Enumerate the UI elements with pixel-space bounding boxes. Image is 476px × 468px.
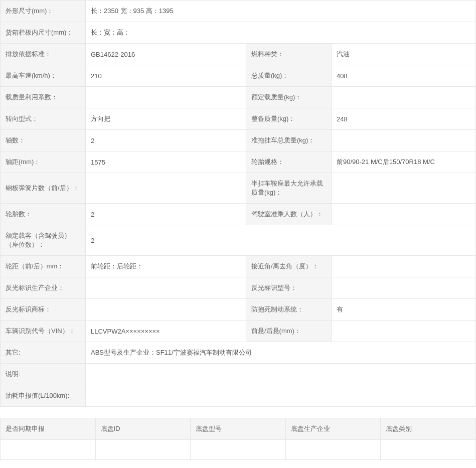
ratedload-label: 额定载质量(kg)： <box>246 87 332 108</box>
chassis-table: 是否同期申报 底盘ID 底盘型号 底盘生产企业 底盘类别 <box>0 418 476 460</box>
chassis-header-row: 是否同期申报 底盘ID 底盘型号 底盘生产企业 底盘类别 <box>1 418 476 440</box>
trailermass-label: 准拖挂车总质量(kg)： <box>246 130 332 151</box>
table-row: 轮距（前/后）mm： 前轮距：后轮距： 接近角/离去角（度）： <box>1 256 476 277</box>
table-row: 反光标识商标： 防抱死制动系统： 有 <box>1 299 476 321</box>
loadfactor-label: 载质量利用系数： <box>1 87 86 108</box>
emission-value: GB14622-2016 <box>86 44 246 65</box>
table-row: 反光标识生产企业： 反光标识型号： <box>1 277 476 299</box>
chassis-h1: 底盘ID <box>95 418 191 440</box>
track-label: 轮距（前/后）mm： <box>1 256 86 277</box>
fuel-label: 燃料种类： <box>246 44 332 65</box>
reflmodel-label: 反光标识型号： <box>246 277 332 299</box>
steer-value: 方向把 <box>86 108 246 130</box>
tirenum-value: 2 <box>86 204 246 225</box>
reflmfr-value <box>86 277 246 299</box>
curbmass-value: 248 <box>332 108 476 130</box>
abs-label: 防抱死制动系统： <box>246 299 332 321</box>
table-row: 外形尺寸(mm)： 长：2350 宽：935 高：1395 <box>1 1 476 22</box>
other-value: ABS型号及生产企业：SF11/宁波赛福汽车制动有限公司 <box>86 342 476 364</box>
chassis-h0: 是否同期申报 <box>1 418 96 440</box>
tirespec-value: 前90/90-21 M/C后150/70R18 M/C <box>332 151 476 173</box>
ratedload-value <box>332 87 476 108</box>
leafspring-value <box>86 173 246 204</box>
angle-value <box>332 256 476 277</box>
trailermass-value <box>332 130 476 151</box>
tirenum-label: 轮胎数： <box>1 204 86 225</box>
table-row: 最高车速(km/h)： 210 总质量(kg)： 408 <box>1 65 476 87</box>
chassis-r3 <box>285 440 381 460</box>
leafspring-label: 钢板弹簧片数（前/后）： <box>1 173 86 204</box>
reflmark-label: 反光标识商标： <box>1 299 86 321</box>
other-label: 其它: <box>1 342 86 364</box>
saddlemass-label: 半挂车鞍座最大允许承载质量(kg)： <box>246 173 332 204</box>
axlenum-value: 2 <box>86 130 246 151</box>
chassis-data-row <box>1 440 476 460</box>
cargo-value: 长：宽：高： <box>86 22 476 44</box>
passengers-value: 2 <box>86 225 476 256</box>
table-row: 轴距(mm)： 1575 轮胎规格： 前90/90-21 M/C后150/70R… <box>1 151 476 173</box>
dim-value: 长：2350 宽：935 高：1395 <box>86 1 476 22</box>
vin-value: LLCVPW2A××××××××× <box>86 321 246 342</box>
chassis-h4: 底盘类别 <box>381 418 476 440</box>
table-row: 额定载客（含驾驶员）（座位数）： 2 <box>1 225 476 256</box>
table-row: 其它: ABS型号及生产企业：SF11/宁波赛福汽车制动有限公司 <box>1 342 476 364</box>
remark-label: 说明: <box>1 364 86 385</box>
maxspeed-value: 210 <box>86 65 246 87</box>
maxspeed-label: 最高车速(km/h)： <box>1 65 86 87</box>
totalmass-label: 总质量(kg)： <box>246 65 332 87</box>
track-value: 前轮距：后轮距： <box>86 256 246 277</box>
cabseats-label: 驾驶室准乘人数（人）： <box>246 204 332 225</box>
totalmass-value: 408 <box>332 65 476 87</box>
remark-value <box>86 364 476 385</box>
table-row: 车辆识别代号（VIN）： LLCVPW2A××××××××× 前悬/后悬(mm)… <box>1 321 476 342</box>
passengers-label: 额定载客（含驾驶员）（座位数）： <box>1 225 86 256</box>
reflmfr-label: 反光标识生产企业： <box>1 277 86 299</box>
angle-label: 接近角/离去角（度）： <box>246 256 332 277</box>
wheelbase-label: 轴距(mm)： <box>1 151 86 173</box>
wheelbase-value: 1575 <box>86 151 246 173</box>
table-row: 转向型式： 方向把 整备质量(kg)： 248 <box>1 108 476 130</box>
table-row: 油耗申报值(L/100km): <box>1 385 476 407</box>
table-row: 轴数： 2 准拖挂车总质量(kg)： <box>1 130 476 151</box>
chassis-h3: 底盘生产企业 <box>285 418 381 440</box>
table-row: 轮胎数： 2 驾驶室准乘人数（人）： <box>1 204 476 225</box>
specs-table: 外形尺寸(mm)： 长：2350 宽：935 高：1395 货箱栏板内尺寸(mm… <box>0 0 476 407</box>
chassis-h2: 底盘型号 <box>191 418 286 440</box>
fuelcon-label: 油耗申报值(L/100km): <box>1 385 86 407</box>
chassis-r1 <box>95 440 191 460</box>
chassis-r0 <box>1 440 96 460</box>
abs-value: 有 <box>332 299 476 321</box>
cabseats-value <box>332 204 476 225</box>
tirespec-label: 轮胎规格： <box>246 151 332 173</box>
fuel-value: 汽油 <box>332 44 476 65</box>
fuelcon-value <box>86 385 476 407</box>
emission-label: 排放依据标准： <box>1 44 86 65</box>
table-row: 载质量利用系数： 额定载质量(kg)： <box>1 87 476 108</box>
saddlemass-value <box>332 173 476 204</box>
chassis-r4 <box>381 440 476 460</box>
axlenum-label: 轴数： <box>1 130 86 151</box>
chassis-r2 <box>191 440 286 460</box>
reflmark-value <box>86 299 246 321</box>
overhang-label: 前悬/后悬(mm)： <box>246 321 332 342</box>
dim-label: 外形尺寸(mm)： <box>1 1 86 22</box>
table-row: 货箱栏板内尺寸(mm)： 长：宽：高： <box>1 22 476 44</box>
reflmodel-value <box>332 277 476 299</box>
overhang-value <box>332 321 476 342</box>
cargo-label: 货箱栏板内尺寸(mm)： <box>1 22 86 44</box>
steer-label: 转向型式： <box>1 108 86 130</box>
table-row: 钢板弹簧片数（前/后）： 半挂车鞍座最大允许承载质量(kg)： <box>1 173 476 204</box>
curbmass-label: 整备质量(kg)： <box>246 108 332 130</box>
vin-label: 车辆识别代号（VIN）： <box>1 321 86 342</box>
loadfactor-value <box>86 87 246 108</box>
table-row: 说明: <box>1 364 476 385</box>
table-row: 排放依据标准： GB14622-2016 燃料种类： 汽油 <box>1 44 476 65</box>
